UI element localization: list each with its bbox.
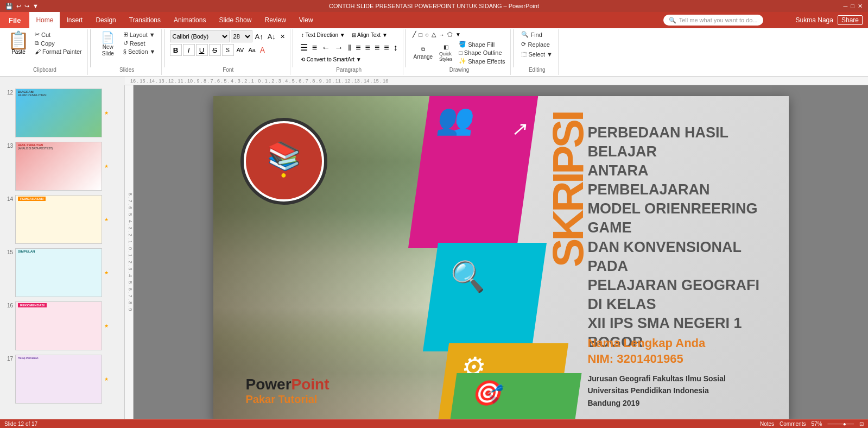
replace-button[interactable]: ⟳ Replace bbox=[519, 40, 552, 48]
slide-thumb-13[interactable]: 13 HASIL PENELITIAN (ANALISIS DATA POSTE… bbox=[2, 141, 122, 192]
redo-icon[interactable]: ↪ bbox=[24, 3, 29, 10]
shapes-row: ╱ □ ○ △ → ⬠ ▼ bbox=[411, 30, 482, 39]
shape-line[interactable]: ╱ bbox=[411, 30, 417, 39]
find-button[interactable]: 🔍 Find bbox=[519, 30, 544, 39]
font-size-select[interactable]: 28 bbox=[231, 30, 252, 42]
menu-file[interactable]: File bbox=[0, 12, 29, 28]
student-info: Nama Lengkap Anda NIM: 3201401965 Jurusa… bbox=[588, 335, 772, 409]
bold-button[interactable]: B bbox=[170, 44, 182, 56]
customize-icon[interactable]: ▼ bbox=[33, 3, 39, 9]
numbered-list-btn[interactable]: ≡ bbox=[311, 42, 319, 54]
close-btn[interactable]: ✕ bbox=[858, 3, 863, 10]
italic-button[interactable]: I bbox=[183, 44, 195, 56]
layout-icon: ⊞ bbox=[123, 31, 128, 38]
shape-outline-btn[interactable]: □ Shape Outline bbox=[457, 49, 507, 56]
editing-label: Editing bbox=[529, 67, 546, 74]
save-icon[interactable]: 💾 bbox=[5, 3, 13, 10]
font-color-btn[interactable]: A bbox=[258, 45, 267, 55]
change-case-btn[interactable]: Aa bbox=[246, 46, 257, 54]
underline-button[interactable]: U bbox=[196, 44, 208, 56]
zoom-slider[interactable]: ────●── bbox=[827, 421, 854, 427]
quick-styles-button[interactable]: ◧ QuickStyles bbox=[436, 42, 455, 64]
slides-content: 📄 NewSlide ⊞ Layout ▼ ↺ Reset § Section … bbox=[96, 30, 158, 67]
cut-button[interactable]: ✂ Cut bbox=[33, 30, 84, 39]
new-slide-icon: 📄 bbox=[101, 32, 115, 43]
strikethrough-button[interactable]: S bbox=[209, 44, 221, 56]
menu-home[interactable]: Home bbox=[29, 12, 60, 28]
shape-rect[interactable]: □ bbox=[418, 31, 424, 39]
shape-fill-btn[interactable]: 🪣 Shape Fill bbox=[457, 40, 507, 48]
slide-thumb-17[interactable]: 17 Harap Pernaikan ★ bbox=[2, 354, 122, 405]
paste-button[interactable]: 📋 Paste bbox=[5, 30, 31, 56]
user-name[interactable]: Sukma Naga bbox=[796, 16, 833, 24]
menu-view[interactable]: View bbox=[293, 12, 320, 28]
shape-arrow[interactable]: → bbox=[438, 31, 446, 39]
section-button[interactable]: § Section ▼ bbox=[121, 48, 158, 55]
line-spacing-btn[interactable]: ↕ bbox=[392, 42, 400, 54]
columns-btn[interactable]: ⫴ bbox=[346, 42, 353, 54]
reset-button[interactable]: ↺ Reset bbox=[121, 39, 158, 47]
copy-button[interactable]: ⧉ Copy bbox=[33, 39, 84, 47]
select-button[interactable]: ⬚ Select ▼ bbox=[519, 50, 555, 58]
select-icon: ⬚ bbox=[521, 51, 527, 58]
shape-magenta: 👥 ↗ bbox=[408, 96, 539, 248]
slide-thumb-12[interactable]: 12 DIAGRAM ALUR PENELITIAN ★ bbox=[2, 87, 122, 139]
share-btn[interactable]: Share bbox=[838, 15, 863, 25]
menu-design[interactable]: Design bbox=[89, 12, 122, 28]
arrange-button[interactable]: ⧉ Arrange bbox=[411, 45, 435, 61]
clear-format-btn[interactable]: ✕ bbox=[278, 33, 287, 41]
new-slide-button[interactable]: 📄 NewSlide bbox=[96, 30, 120, 59]
slide-thumb-14[interactable]: 14 PEMBAHASAN ★ bbox=[2, 194, 122, 245]
menu-review[interactable]: Review bbox=[258, 12, 292, 28]
align-right-btn[interactable]: ≡ bbox=[373, 42, 381, 54]
format-painter-button[interactable]: 🖌 Format Painter bbox=[33, 48, 84, 55]
shapes-more[interactable]: ▼ bbox=[454, 31, 462, 38]
minimize-btn[interactable]: ─ bbox=[844, 3, 848, 9]
align-text-btn[interactable]: ⊞ Align Text ▼ bbox=[349, 30, 390, 40]
paragraph-label: Paragraph bbox=[336, 67, 362, 74]
slide-img-15: SIMPULAN bbox=[15, 248, 102, 297]
notes-btn[interactable]: Notes bbox=[760, 421, 774, 427]
menu-slideshow[interactable]: Slide Show bbox=[212, 12, 258, 28]
slide-panel: 12 DIAGRAM ALUR PENELITIAN ★ 13 HASIL PE… bbox=[0, 85, 125, 419]
undo-icon[interactable]: ↩ bbox=[16, 3, 21, 10]
quick-styles-icon: ◧ bbox=[443, 44, 448, 50]
layout-button[interactable]: ⊞ Layout ▼ bbox=[121, 30, 158, 39]
search-box[interactable]: 🔍 Tell me what you want to do... bbox=[663, 15, 763, 26]
font-spacing-btn[interactable]: AV bbox=[235, 46, 246, 54]
convert-smartart-btn[interactable]: ⟲ Convert to SmartArt ▼ bbox=[299, 55, 364, 64]
slide-thumb-16[interactable]: 16 REKOMENDASI ★ bbox=[2, 300, 122, 351]
title-bar-left: 💾 ↩ ↪ ▼ bbox=[5, 3, 39, 10]
increase-indent-btn[interactable]: → bbox=[333, 42, 345, 54]
font-size-up-btn[interactable]: A↑ bbox=[254, 32, 265, 41]
title-line2: ANTARA PEMBELAJARAN bbox=[588, 162, 710, 198]
shape-triangle[interactable]: △ bbox=[430, 30, 437, 39]
shape-effects-label: Shape Effects bbox=[468, 58, 505, 65]
shadow-button[interactable]: S bbox=[222, 44, 234, 56]
fit-slide-btn[interactable]: ⊡ bbox=[859, 421, 864, 427]
menu-insert[interactable]: Insert bbox=[60, 12, 89, 28]
menu-transitions[interactable]: Transitions bbox=[123, 12, 167, 28]
drawing-content: ╱ □ ○ △ → ⬠ ▼ ⧉ Arrange ◧ QuickStyles bbox=[411, 30, 508, 67]
slide-thumb-15[interactable]: 15 SIMPULAN ★ bbox=[2, 247, 122, 298]
text-direction-btn[interactable]: ↕ Text Direction ▼ bbox=[299, 30, 348, 40]
menu-animations[interactable]: Animations bbox=[167, 12, 212, 28]
clipboard-col: ✂ Cut ⧉ Copy 🖌 Format Painter bbox=[33, 30, 84, 55]
font-size-down-btn[interactable]: A↓ bbox=[266, 32, 277, 41]
align-left-btn[interactable]: ≡ bbox=[354, 42, 362, 54]
canvas-area[interactable]: 👥 ↗ 🔍 ⚙ 🎯 � bbox=[134, 85, 868, 419]
restore-btn[interactable]: □ bbox=[851, 3, 854, 9]
justify-btn[interactable]: ≡ bbox=[382, 42, 390, 54]
cut-label: Cut bbox=[41, 32, 50, 38]
decrease-indent-btn[interactable]: ← bbox=[320, 42, 332, 54]
align-center-btn[interactable]: ≡ bbox=[364, 42, 372, 54]
shape-ellipse[interactable]: ○ bbox=[424, 31, 430, 39]
shape-pentagon[interactable]: ⬠ bbox=[446, 30, 454, 39]
paragraph-content: ↕ Text Direction ▼ ⊞ Align Text ▼ ☰ ≡ ← … bbox=[299, 30, 400, 67]
font-group: Calibri (Body) 28 A↑ A↓ ✕ B I U S S AV bbox=[167, 29, 290, 75]
font-family-select[interactable]: Calibri (Body) bbox=[170, 30, 230, 42]
slide-star-14: ★ bbox=[104, 217, 109, 222]
bullet-list-btn[interactable]: ☰ bbox=[299, 41, 309, 54]
comments-btn[interactable]: Comments bbox=[780, 421, 806, 427]
shape-effects-btn[interactable]: ✨ Shape Effects bbox=[457, 57, 507, 65]
